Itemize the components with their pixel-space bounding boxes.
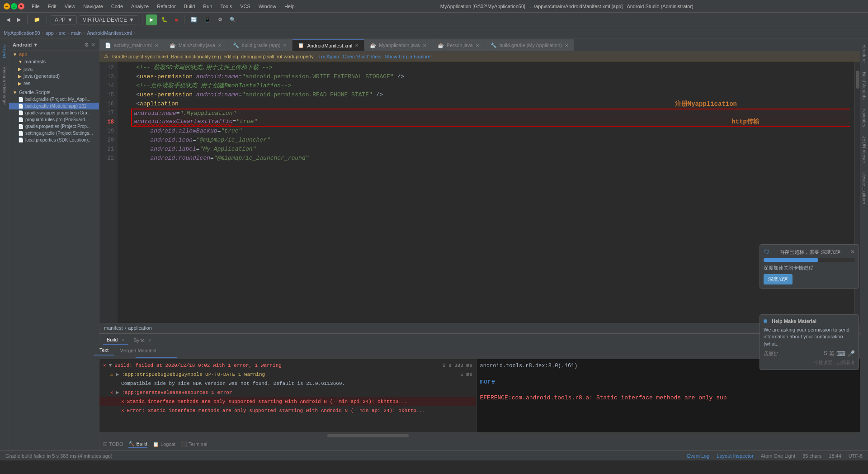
close-build-gradle[interactable]: ✕	[283, 43, 287, 48]
build-bottom-tab[interactable]: 🔨 Build	[128, 441, 147, 448]
tree-gradle-wrapper[interactable]: 📄 gradle-wrapper.properties (Gra...	[9, 109, 99, 116]
window-controls[interactable]: ─ □ ✕	[4, 3, 24, 9]
menu-build[interactable]: Build	[182, 3, 197, 10]
code-content[interactable]: <!-- 获取SD卡写的状态,用于文件上传和下载 --> <uses-permi…	[118, 62, 854, 323]
sync-btn[interactable]: 🔄	[188, 14, 200, 25]
build-tab[interactable]: Build ✕	[103, 335, 128, 345]
horizontal-scrollbar-thumb[interactable]	[327, 434, 409, 437]
tab-androidmanifest[interactable]: 📋 AndroidManifest.xml ✕	[292, 39, 364, 51]
bc-manifest[interactable]: manifest	[104, 325, 123, 331]
tab-person[interactable]: ☕ Person.java ✕	[432, 39, 485, 51]
menu-edit[interactable]: Edit	[46, 3, 58, 10]
maximize-btn[interactable]: □	[11, 3, 17, 9]
build-item-1[interactable]: ⚠ ▶ :app:stripDebugDebugSymbols UP-TO-DA…	[99, 370, 476, 379]
breadcrumb-main[interactable]: main	[71, 30, 82, 36]
build-output-area[interactable]: ✕ ▼ Build: failed at 2020/12/18 0:02 wit…	[99, 359, 860, 432]
tree-app[interactable]: ▼ app	[9, 51, 99, 58]
menu-analyze[interactable]: Analyze	[129, 3, 151, 10]
json-viewer-label[interactable]: JSON Viewer	[861, 133, 867, 167]
toolbar-forward[interactable]: ▶	[14, 14, 24, 25]
tree-manifests[interactable]: ▼ manifests	[9, 58, 99, 65]
notif-action-btn[interactable]: 深度加速	[764, 274, 793, 284]
tab-build-gradle-myapp[interactable]: 🔧 build.gradle (My Application) ✕	[485, 39, 574, 51]
build-list[interactable]: ✕ ▼ Build: failed at 2020/12/18 0:02 wit…	[99, 359, 476, 432]
structure-label[interactable]: Structure	[861, 41, 867, 66]
tab-build-gradle-app[interactable]: 🔧 build.gradle (app) ✕	[227, 39, 293, 51]
try-again-link[interactable]: Try Again	[318, 54, 339, 59]
app-config-dropdown[interactable]: APP ▼	[51, 15, 77, 24]
tree-gradle-props[interactable]: 📄 gradle.properties (Project Prop...	[9, 123, 99, 130]
bc-application[interactable]: application	[128, 325, 152, 331]
tree-build-gradle-project[interactable]: 📄 build.gradle (Project: My_Appli...	[9, 96, 99, 103]
panel-controls[interactable]: ⚙ ✕	[84, 42, 95, 48]
avd-btn[interactable]: 📱	[202, 14, 213, 25]
build-output-text[interactable]: android.tools.r8.dex:8.0(.161) more EFER…	[476, 359, 860, 432]
open-build-view-link[interactable]: Open 'Build' View	[343, 54, 381, 59]
merged-manifest-tab[interactable]: Merged Manifest	[114, 346, 162, 355]
panel-close[interactable]: ✕	[91, 42, 95, 48]
toolbar-project[interactable]: 📁	[31, 14, 43, 25]
build-item-2[interactable]: ✕ ▶ :app:generateReleaseResources 1 erro…	[99, 388, 476, 397]
debug-btn[interactable]: 🐛	[159, 14, 170, 25]
build-tab-close[interactable]: ✕	[121, 337, 125, 342]
sync-tab[interactable]: Sync ✕	[130, 336, 156, 345]
tree-res[interactable]: ▶ res	[9, 80, 99, 87]
build-variants-label[interactable]: Build Variants	[861, 68, 867, 103]
favorites-label[interactable]: Favorites	[861, 105, 867, 131]
menu-run[interactable]: Run	[201, 3, 214, 10]
run-btn[interactable]: ▶	[146, 14, 157, 25]
project-side-label[interactable]: Project	[1, 41, 7, 62]
menu-refactor[interactable]: Refactor	[155, 3, 178, 10]
status-event-log[interactable]: Event Log	[687, 453, 710, 459]
menu-vcs[interactable]: VCS	[238, 3, 252, 10]
breadcrumb-app[interactable]: app	[45, 30, 53, 36]
menu-help[interactable]: Help	[283, 3, 297, 10]
close-person[interactable]: ✕	[476, 43, 479, 48]
logcat-tab[interactable]: 📋 Logcat	[153, 441, 175, 447]
device-dropdown[interactable]: VIRTUAL DEVICE ▼	[79, 15, 138, 24]
minimize-btn[interactable]: ─	[4, 3, 10, 9]
tab-myapplication[interactable]: ☕ Myapplication.java ✕	[364, 39, 432, 51]
breadcrumb-root[interactable]: MyApplication50	[4, 30, 40, 36]
menu-view[interactable]: View	[63, 3, 77, 10]
build-item-info[interactable]: Compatible side by side NDK version was …	[99, 379, 476, 388]
show-log-link[interactable]: Show Log in Explorer	[385, 54, 432, 59]
tab-mainactivity[interactable]: ☕ MainActivity.java ✕	[164, 39, 227, 51]
panel-settings[interactable]: ⚙	[84, 42, 89, 48]
device-explorer-label[interactable]: Device Explorer	[861, 169, 867, 208]
breadcrumb-file[interactable]: AndroidManifest.xml	[87, 30, 132, 36]
close-androidmanifest[interactable]: ✕	[355, 43, 359, 48]
tree-java-gen[interactable]: ▶ java (generated)	[9, 72, 99, 80]
project-tree[interactable]: ▼ app ▼ manifests ▶ java ▶ java (generat…	[9, 51, 99, 450]
close-activity-main[interactable]: ✕	[155, 43, 158, 48]
sdk-btn[interactable]: ⚙	[215, 14, 225, 25]
close-btn[interactable]: ✕	[18, 3, 24, 9]
status-layout-inspector[interactable]: Layout Inspector	[717, 453, 753, 459]
close-build-gradle-myapp[interactable]: ✕	[565, 43, 568, 48]
tab-activity-main[interactable]: 📄 activity_main.xml ✕	[99, 39, 164, 51]
build-item-0[interactable]: ✕ ▼ Build: failed at 2020/12/18 0:02 wit…	[99, 361, 476, 370]
menu-code[interactable]: Code	[109, 3, 125, 10]
tree-gradle-scripts[interactable]: ▼ Gradle Scripts	[9, 89, 99, 96]
todo-tab[interactable]: ☑ TODO	[103, 441, 123, 447]
breadcrumb-src[interactable]: src	[59, 30, 66, 36]
tree-settings-gradle[interactable]: 📄 settings.gradle (Project Settings...	[9, 130, 99, 137]
search-everywhere-btn[interactable]: 🔍	[227, 14, 239, 25]
tree-java[interactable]: ▶ java	[9, 65, 99, 72]
resource-manager-label[interactable]: Resource Manager	[1, 63, 7, 109]
tree-proguard[interactable]: 📄 proguard-rules.pro (ProGuard...	[9, 116, 99, 123]
horizontal-scrollbar-area[interactable]	[99, 432, 860, 438]
build-item-3[interactable]: ✕ Static interface methods are only supp…	[99, 397, 476, 406]
menu-file[interactable]: File	[30, 3, 42, 10]
menu-navigate[interactable]: Navigate	[81, 3, 104, 10]
close-myapplication[interactable]: ✕	[423, 43, 426, 48]
stop-btn[interactable]: ■	[172, 14, 181, 25]
build-item-4[interactable]: ✕ Error: Static interface methods are on…	[99, 406, 476, 415]
menu-window[interactable]: Window	[257, 3, 278, 10]
close-mainactivity[interactable]: ✕	[218, 43, 222, 48]
personalize-label[interactable]: 个性设置，点我看者	[764, 360, 855, 366]
sync-tab-close[interactable]: ✕	[148, 338, 151, 343]
terminal-tab[interactable]: ⬛ Terminal	[181, 441, 207, 447]
toolbar-back[interactable]: ◀	[4, 14, 13, 25]
menu-bar[interactable]: File Edit View Navigate Code Analyze Ref…	[30, 3, 297, 10]
